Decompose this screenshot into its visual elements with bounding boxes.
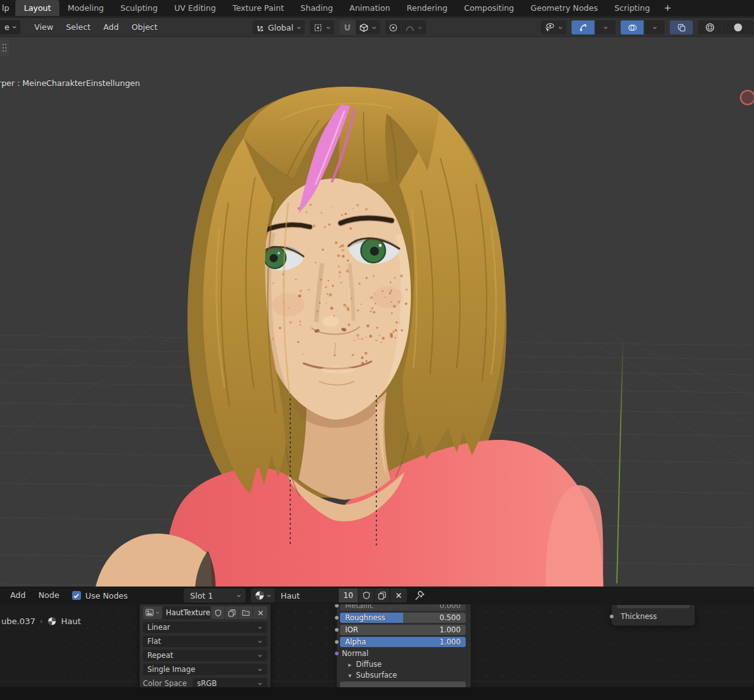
- tab-shading[interactable]: Shading: [292, 0, 341, 16]
- metallic-slider[interactable]: Metallic 0.000: [340, 604, 466, 611]
- metallic-value: 0.000: [440, 604, 461, 610]
- chevron-down-icon: [257, 667, 263, 673]
- tab-animation[interactable]: Animation: [341, 0, 399, 16]
- thickness-node[interactable]: Thickness: [611, 604, 695, 626]
- metallic-socket[interactable]: [334, 604, 339, 608]
- snap-target-dropdown[interactable]: [356, 20, 380, 34]
- tab-uv-editing[interactable]: UV Editing: [166, 0, 224, 16]
- interpolation-dropdown[interactable]: Linear: [143, 622, 267, 633]
- open-image-icon: [242, 609, 250, 616]
- toolbar-drawer-handle[interactable]: [0, 40, 9, 56]
- ior-slider[interactable]: IOR 1.000: [340, 625, 466, 635]
- gizmo-dropdown[interactable]: [595, 20, 616, 34]
- pin-button[interactable]: [414, 590, 427, 601]
- y-axis-line: [617, 338, 623, 583]
- add-workspace-button[interactable]: +: [658, 0, 677, 16]
- subsurface-label: Subsurface: [356, 671, 397, 680]
- tab-compositing[interactable]: Compositing: [455, 0, 522, 16]
- material-name-field[interactable]: Haut: [276, 588, 338, 602]
- image-browse-dropdown[interactable]: [143, 606, 162, 619]
- chevron-down-icon: [325, 25, 331, 31]
- menu-select[interactable]: Select: [59, 18, 97, 37]
- show-gizmo-toggle[interactable]: [572, 20, 595, 34]
- snap-toggle-button[interactable]: [339, 20, 355, 34]
- menu-view[interactable]: View: [28, 18, 60, 37]
- mode-dropdown-truncated[interactable]: e: [0, 20, 20, 34]
- image-unlink-button[interactable]: [253, 606, 267, 619]
- overlays-dropdown[interactable]: [644, 20, 665, 34]
- projection-dropdown[interactable]: Flat: [143, 636, 267, 647]
- image-open-button[interactable]: [239, 606, 253, 619]
- pivot-point-dropdown[interactable]: [310, 20, 334, 34]
- ior-socket[interactable]: [334, 627, 339, 632]
- material-datablock: Haut 10: [251, 588, 407, 602]
- menu-shader-add[interactable]: Add: [4, 587, 32, 604]
- node-editor[interactable]: ube.037 › Haut HautTextureAva...: [0, 604, 754, 687]
- alpha-socket[interactable]: [334, 639, 339, 645]
- tab-scripting[interactable]: Scripting: [606, 0, 658, 16]
- alpha-slider[interactable]: Alpha 1.000: [340, 637, 466, 647]
- chevron-down-icon: [155, 610, 160, 615]
- diffuse-panel-toggle[interactable]: ▸ Diffuse: [348, 660, 381, 669]
- menu-shader-node[interactable]: Node: [32, 587, 66, 604]
- character-render: [0, 37, 754, 587]
- navigation-gizmo[interactable]: [741, 90, 754, 105]
- shading-solid-button[interactable]: [722, 20, 754, 34]
- image-name: HautTextureAva...: [166, 608, 211, 617]
- unlink-material-button[interactable]: [390, 588, 407, 602]
- normal-socket[interactable]: [334, 651, 339, 656]
- color-space-dropdown[interactable]: sRGB: [193, 678, 267, 687]
- use-nodes-checkbox[interactable]: [72, 591, 81, 600]
- image-new-button[interactable]: [225, 606, 239, 619]
- cropped-slider[interactable]: [340, 682, 466, 687]
- roughness-slider[interactable]: Roughness 0.500: [340, 613, 466, 623]
- tab-sculpting[interactable]: Sculpting: [112, 0, 166, 16]
- material-users-count-button[interactable]: 10: [339, 588, 358, 602]
- use-nodes-label[interactable]: Use Nodes: [85, 591, 128, 601]
- tab-layout[interactable]: Layout: [15, 0, 59, 16]
- transform-orientation-dropdown[interactable]: Global: [253, 20, 305, 34]
- menu-add[interactable]: Add: [97, 18, 125, 37]
- new-material-button[interactable]: [374, 588, 390, 602]
- show-overlays-toggle[interactable]: [621, 20, 644, 34]
- subsurface-panel-toggle[interactable]: ▾ Subsurface: [348, 671, 397, 680]
- image-name-field[interactable]: HautTextureAva...: [163, 606, 211, 619]
- breadcrumb: ube.037 › Haut: [1, 615, 81, 627]
- thickness-socket[interactable]: [609, 614, 614, 619]
- menu-object[interactable]: Object: [125, 18, 164, 37]
- principled-bsdf-node[interactable]: Metallic 0.000 Roughness 0.500 IOR 1.000…: [337, 604, 471, 687]
- close-icon: [257, 609, 264, 616]
- proportional-falloff-dropdown[interactable]: [402, 20, 426, 34]
- color-space-value: sRGB: [197, 679, 217, 687]
- tab-rendering[interactable]: Rendering: [399, 0, 456, 16]
- image-fake-user-button[interactable]: [211, 606, 225, 619]
- orientation-label: Global: [268, 23, 293, 33]
- viewport-3d[interactable]: rper : MeineCharakterEinstellungen: [0, 37, 754, 587]
- object-visibility-dropdown[interactable]: [541, 20, 566, 34]
- tab-modeling[interactable]: Modeling: [59, 0, 112, 16]
- xray-toggle[interactable]: [670, 20, 693, 34]
- proportional-edit-toggle[interactable]: [385, 20, 401, 34]
- shading-wireframe-button[interactable]: [698, 20, 721, 34]
- gizmo-x-axis[interactable]: [741, 91, 754, 105]
- image-texture-node[interactable]: HautTextureAva...: [139, 604, 271, 687]
- alpha-value: 1.000: [440, 638, 461, 646]
- shield-icon: [214, 609, 222, 617]
- tab-texture-paint[interactable]: Texture Paint: [224, 0, 292, 16]
- chevron-down-icon: [652, 25, 658, 31]
- fake-user-button[interactable]: [359, 588, 374, 602]
- source-value: Single Image: [147, 665, 195, 674]
- chevron-down-icon: [417, 25, 423, 31]
- thickness-label: Thickness: [612, 608, 695, 621]
- topbar: lp Layout Modeling Sculpting UV Editing …: [0, 0, 754, 16]
- tab-geometry-nodes[interactable]: Geometry Nodes: [522, 0, 606, 16]
- solid-sphere-icon: [733, 22, 743, 33]
- material-browse-dropdown[interactable]: [251, 588, 275, 602]
- extension-dropdown[interactable]: Repeat: [143, 650, 267, 661]
- source-dropdown[interactable]: Single Image: [143, 664, 267, 675]
- help-menu-truncated[interactable]: lp: [0, 3, 15, 13]
- roughness-socket[interactable]: [334, 615, 339, 620]
- material-slot-dropdown[interactable]: Slot 1: [184, 588, 246, 602]
- copy-icon: [378, 591, 387, 600]
- breadcrumb-separator-icon: ›: [40, 617, 42, 625]
